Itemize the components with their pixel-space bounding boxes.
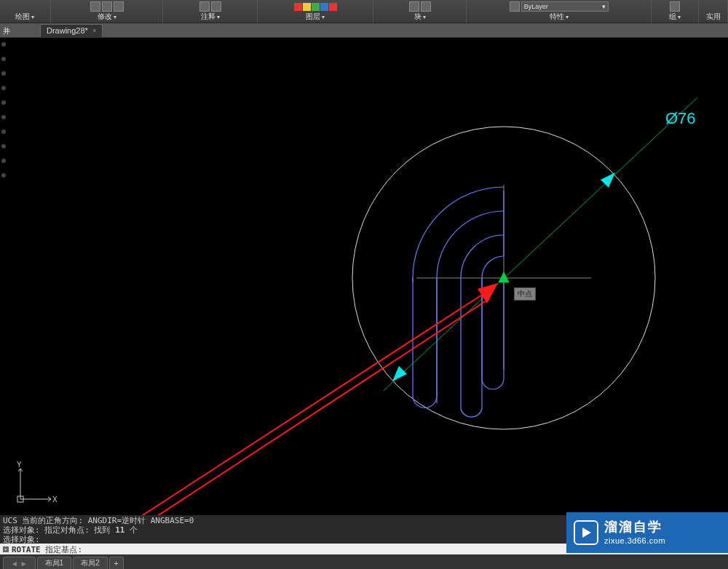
ucs-icon: X Y — [15, 461, 58, 505]
svg-text:Y: Y — [17, 461, 22, 469]
layer-swatches — [294, 3, 337, 11]
chevron-down-icon: ▾ — [566, 14, 569, 20]
snap-marker-midpoint — [499, 272, 509, 282]
watermark-badge: 溜溜自学 zixue.3d66.com — [566, 512, 728, 553]
svg-line-2 — [384, 98, 697, 391]
ribbon-panel-props[interactable]: ByLayer▾ 特性▾ — [467, 0, 652, 23]
layout-scroll-hint[interactable]: ◄ ► — [3, 557, 36, 569]
ribbon-panel-layers[interactable]: 图层▾ — [258, 0, 374, 23]
ribbon-icons-blocks — [409, 1, 431, 12]
chevron-down-icon: ▾ — [217, 14, 220, 20]
ribbon-panel-annot[interactable]: 注释▾ — [163, 0, 258, 23]
close-icon[interactable]: × — [92, 27, 96, 34]
annotation-arrow — [49, 283, 498, 515]
ribbon-label-draw: 绘图 — [15, 12, 30, 22]
doc-tab-active[interactable]: Drawing28* × — [40, 24, 103, 37]
chevron-down-icon: ▾ — [322, 14, 325, 20]
snap-tooltip: 中点 — [514, 287, 536, 301]
layout-tabs: ◄ ► 布局1 布局2 + — [0, 554, 728, 569]
ribbon-panel-modify[interactable]: 修改▾ — [51, 0, 164, 23]
ribbon-label-annot: 注释 — [201, 12, 215, 22]
ribbon-label-blocks: 块 — [414, 12, 422, 22]
partial-tab-left: 并 — [3, 25, 10, 38]
props-dropdown[interactable]: ByLayer▾ — [521, 1, 609, 12]
ribbon-label-layers: 图层 — [306, 12, 320, 22]
ribbon-panel-draw[interactable]: 绘图▾ — [0, 0, 51, 23]
document-tabs: Drawing28* × — [0, 23, 728, 38]
left-toolbar[interactable] — [0, 38, 7, 515]
svg-marker-4 — [601, 172, 615, 188]
props-dropdown-value: ByLayer — [524, 3, 548, 10]
chevron-down-icon: ▾ — [602, 3, 606, 10]
ribbon-panel-blocks[interactable]: 块▾ — [373, 0, 467, 23]
chevron-down-icon: ▾ — [31, 14, 34, 20]
dimension-text: Ø76 — [665, 109, 696, 127]
doc-tab-label: Drawing28* — [47, 26, 88, 35]
ribbon-icons-group — [670, 1, 680, 12]
command-caret-icon: ▸ — [3, 546, 9, 552]
svg-text:X: X — [52, 496, 58, 504]
watermark-url: zixue.3d66.com — [604, 536, 665, 545]
svg-marker-13 — [582, 528, 591, 538]
ribbon-icons-modify — [90, 1, 124, 12]
ribbon-panel-util[interactable]: 实用 — [699, 0, 728, 23]
drawing-canvas[interactable]: Ø76 中点 — [9, 38, 728, 515]
play-icon — [574, 520, 598, 545]
command-prompt: 指定基点: — [45, 544, 82, 555]
blue-geometry — [413, 187, 504, 417]
cad-drawing[interactable]: Ø76 — [9, 38, 728, 515]
ribbon-bar: 绘图▾ 修改▾ 注释▾ 图层▾ 块▾ ByLayer▾ 特性▾ 组▾ 实用 — [0, 0, 728, 23]
watermark-title: 溜溜自学 — [604, 520, 665, 535]
command-active-cmd: ROTATE — [12, 545, 41, 554]
ribbon-label-util: 实用 — [706, 12, 721, 22]
svg-line-5 — [49, 290, 490, 515]
chevron-down-icon: ▾ — [114, 14, 116, 20]
ribbon-label-props: 特性 — [550, 12, 564, 22]
ribbon-panel-group[interactable]: 组▾ — [652, 0, 699, 23]
dimension-diameter: Ø76 — [384, 98, 697, 391]
ribbon-icons-annot — [199, 1, 221, 12]
chevron-down-icon: ▾ — [423, 14, 426, 20]
ribbon-label-group: 组 — [669, 12, 676, 22]
layout-tab-2[interactable]: 布局2 — [73, 557, 108, 569]
ribbon-icons-props: ByLayer▾ — [510, 1, 609, 12]
svg-marker-3 — [392, 366, 407, 381]
ribbon-label-modify: 修改 — [98, 12, 112, 22]
layout-tab-1[interactable]: 布局1 — [37, 557, 72, 569]
chevron-down-icon: ▾ — [678, 14, 681, 20]
layout-tab-add[interactable]: + — [109, 557, 124, 569]
